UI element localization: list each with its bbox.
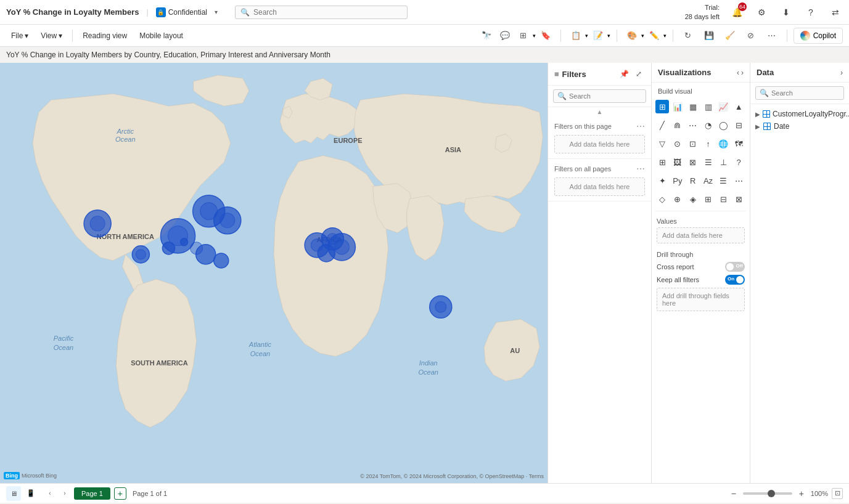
- viz-icon-more[interactable]: ⋯: [732, 174, 745, 187]
- filter-collapse-arrow[interactable]: ▲: [548, 107, 651, 116]
- viz-icon-extra1[interactable]: ◇: [655, 192, 669, 206]
- viz-icon-extra2[interactable]: ⊕: [671, 192, 684, 206]
- viz-icon-qna[interactable]: ?: [732, 155, 745, 169]
- europe-label: EUROPE: [334, 137, 363, 144]
- viz-icon-r[interactable]: R: [686, 174, 700, 187]
- more-btn[interactable]: ⋯: [763, 27, 781, 44]
- title-search-box[interactable]: 🔍: [235, 6, 408, 19]
- format-dropdown[interactable]: ✏️▾: [646, 27, 666, 44]
- filters-all-menu[interactable]: ⋯: [636, 164, 645, 174]
- viz-icon-pie[interactable]: ◔: [702, 118, 715, 132]
- zoom-out-btn[interactable]: −: [728, 488, 739, 499]
- binoculars-btn[interactable]: 🔭: [478, 27, 495, 44]
- filters-header: ≡ Filters 📌 ⤢: [548, 63, 651, 86]
- viz-icon-100pct-bar[interactable]: ▥: [702, 100, 715, 113]
- eraser-btn[interactable]: 🧹: [721, 27, 739, 44]
- title-dropdown-arrow[interactable]: ▾: [215, 9, 218, 15]
- data-expand-btn[interactable]: ›: [840, 68, 843, 77]
- desktop-view-icon[interactable]: 🖥: [6, 486, 21, 501]
- viz-icon-line2[interactable]: ╱: [655, 118, 669, 132]
- download-btn[interactable]: ⬇: [779, 5, 794, 20]
- viz-icon-extra3[interactable]: ◈: [686, 192, 700, 206]
- refresh-btn[interactable]: ↻: [679, 27, 697, 44]
- viz-icon-gauge[interactable]: ⊙: [671, 137, 684, 150]
- help-btn[interactable]: ?: [803, 5, 818, 20]
- viz-icon-py[interactable]: Py: [671, 174, 684, 187]
- filters-page-menu[interactable]: ⋯: [636, 121, 645, 131]
- data-search-input[interactable]: [771, 89, 840, 97]
- viz-icon-choropleth[interactable]: 🗺: [732, 137, 745, 150]
- fit-page-btn[interactable]: ⊡: [832, 488, 843, 499]
- viz-icon-treemap[interactable]: ⊟: [732, 118, 745, 132]
- viz-icon-line[interactable]: 📈: [716, 100, 730, 113]
- filter-search-box[interactable]: 🔍: [553, 89, 646, 103]
- viz-icon-bar[interactable]: 📊: [671, 100, 684, 113]
- viz-icon-multirow[interactable]: ☰: [702, 155, 715, 169]
- save-btn[interactable]: 💾: [700, 27, 718, 44]
- svg-point-8: [90, 216, 105, 231]
- share-btn[interactable]: ⇄: [828, 5, 843, 20]
- viz-icon-matrix[interactable]: ⊞: [655, 155, 669, 169]
- keep-all-filters-toggle-on[interactable]: On: [725, 275, 745, 285]
- filter-search-input[interactable]: [569, 92, 642, 100]
- page-1-tab[interactable]: Page 1: [74, 487, 110, 500]
- bubble-na-sm1[interactable]: [162, 242, 174, 254]
- theme-dropdown[interactable]: 🎨▾: [623, 27, 644, 44]
- viz-icon-donut[interactable]: ◯: [716, 118, 730, 132]
- notification-btn[interactable]: 🔔 64: [729, 5, 744, 20]
- zoom-in-btn[interactable]: +: [796, 488, 807, 499]
- filter-expand-icon[interactable]: ⤢: [633, 68, 645, 80]
- viz-icon-map[interactable]: 🌐: [716, 137, 730, 150]
- viz-icon-decomp[interactable]: ⊥: [716, 155, 730, 169]
- viz-icon-paginated[interactable]: ☰: [716, 174, 730, 187]
- bubble-na-sm3[interactable]: [214, 253, 229, 268]
- cross-report-toggle-off[interactable]: Off: [725, 262, 745, 272]
- reading-view-btn[interactable]: Reading view: [78, 29, 132, 43]
- viz-icon-scatter[interactable]: ⋯: [686, 118, 700, 132]
- viz-icon-smart[interactable]: ✦: [655, 174, 669, 187]
- bubble-na-sm4[interactable]: [181, 238, 188, 246]
- viz-expand-right[interactable]: ›: [741, 68, 744, 77]
- bookmark-btn[interactable]: 🔖: [537, 27, 554, 44]
- data-search-box[interactable]: 🔍: [755, 86, 844, 100]
- viz-expand-left[interactable]: ‹: [737, 68, 739, 77]
- copilot-btn[interactable]: Copilot: [794, 28, 843, 44]
- viz-icon-ribbon[interactable]: ⋒: [671, 118, 684, 132]
- data-item-date[interactable]: ▶ Date: [750, 120, 849, 132]
- view-menu[interactable]: View ▾: [36, 29, 67, 43]
- cross-report-toggle[interactable]: Off: [725, 262, 745, 272]
- viz-icon-stacked-bar[interactable]: ▦: [686, 100, 700, 113]
- mobile-layout-btn[interactable]: Mobile layout: [134, 29, 188, 43]
- filters-on-all-pages-section: Filters on all pages ⋯ Add data fields h…: [548, 159, 651, 201]
- filter-btn[interactable]: ⊘: [742, 27, 760, 44]
- viz-icon-extra4[interactable]: ⊞: [702, 192, 715, 206]
- viz-icon-image[interactable]: 🖼: [671, 155, 684, 169]
- data-item-customer[interactable]: ▶ CustomerLoyaltyProgr...: [750, 108, 849, 120]
- file-menu[interactable]: File ▾: [6, 29, 33, 43]
- viz-icon-azure[interactable]: Az: [702, 174, 715, 187]
- viz-icon-area[interactable]: ▲: [732, 100, 745, 113]
- map-container[interactable]: Pacific Ocean Atlantic Ocean Indian Ocea…: [0, 63, 548, 483]
- viz-icon-card[interactable]: ⊡: [686, 137, 700, 150]
- settings-btn[interactable]: ⚙: [754, 5, 769, 20]
- viz-icon-table2[interactable]: ⊠: [686, 155, 700, 169]
- zoom-slider-thumb[interactable]: [768, 490, 775, 497]
- viz-icon-extra6[interactable]: ⊠: [732, 192, 745, 206]
- viz-icon-table[interactable]: ⊞: [655, 100, 669, 113]
- viz-icon-funnel[interactable]: ▽: [655, 137, 669, 150]
- comment-btn[interactable]: 💬: [496, 27, 514, 44]
- viz-icon-kpi[interactable]: ↑: [702, 137, 715, 150]
- keep-all-filters-toggle[interactable]: On: [725, 275, 745, 285]
- mobile-view-icon[interactable]: 📱: [23, 486, 38, 501]
- bubble-eu4[interactable]: [318, 245, 335, 262]
- insert-dropdown[interactable]: ⊞▾: [515, 27, 536, 44]
- insert-text-dropdown[interactable]: 📝▾: [589, 27, 610, 44]
- next-page-btn[interactable]: ›: [59, 488, 70, 499]
- viz-icon-extra5[interactable]: ⊟: [716, 192, 730, 206]
- title-search-input[interactable]: [253, 8, 402, 17]
- paste-dropdown[interactable]: 📋▾: [567, 27, 588, 44]
- add-page-btn[interactable]: +: [114, 487, 126, 500]
- zoom-slider[interactable]: [743, 492, 792, 495]
- prev-page-btn[interactable]: ‹: [44, 488, 55, 499]
- filter-pin-icon[interactable]: 📌: [618, 68, 630, 80]
